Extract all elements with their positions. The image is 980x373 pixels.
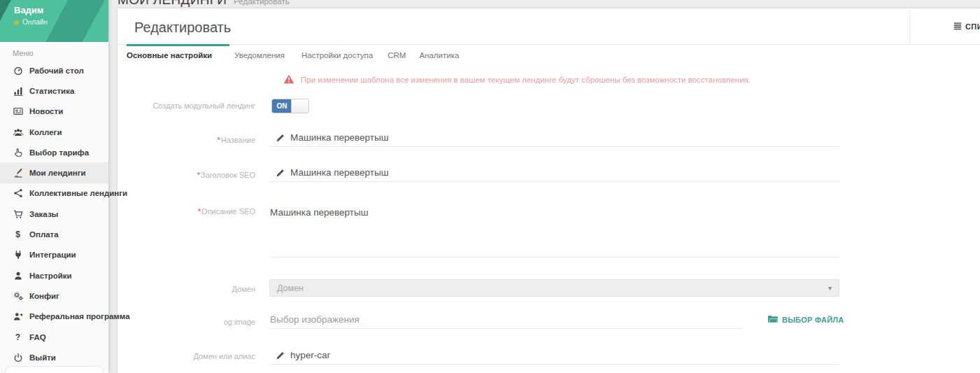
user-plus-icon <box>10 311 25 321</box>
toggle-handle <box>291 99 308 113</box>
seo-title-label: Заголовок SEO <box>118 171 255 179</box>
menu-label: Меню <box>13 49 108 57</box>
list-icon <box>953 22 962 31</box>
sidebar-item-referral[interactable]: Реферальная программа <box>0 307 108 327</box>
tab-analytics[interactable]: Аналитика <box>419 45 459 66</box>
hand-pointer-icon <box>10 148 25 157</box>
page-title: Мои лендинги <box>118 0 227 7</box>
online-dot <box>14 20 19 25</box>
og-image-field-wrap <box>269 311 742 329</box>
dashboard-icon <box>10 66 25 76</box>
user-icon <box>10 271 25 281</box>
seo-title-input[interactable] <box>290 164 839 181</box>
share-icon <box>10 188 25 198</box>
user-name: Вадим <box>14 5 43 15</box>
chevron-down-icon: ▾ <box>828 284 832 292</box>
name-field-wrap <box>269 129 839 147</box>
sidebar: Вадим Онлайн Меню Рабочий стол Статистик… <box>0 0 108 373</box>
folder-icon <box>768 315 778 325</box>
template-warning: При изменении шаблона все изменения в ва… <box>277 74 751 85</box>
pencil-icon <box>276 133 285 146</box>
sidebar-item-dashboard[interactable]: Рабочий стол <box>0 60 108 80</box>
file-select-button[interactable]: ВЫБОР ФАЙЛА <box>764 315 844 325</box>
seo-description-textarea[interactable]: Машинка перевертыш <box>269 206 839 257</box>
modular-toggle[interactable]: ON <box>271 99 309 113</box>
gears-icon <box>10 291 25 301</box>
name-input[interactable] <box>290 129 839 146</box>
colleagues-icon <box>10 127 25 137</box>
pencil-icon <box>276 351 285 363</box>
news-icon <box>10 106 25 116</box>
sidebar-item-news[interactable]: Новости <box>0 101 108 122</box>
tab-notifications[interactable]: Уведомления <box>234 45 285 66</box>
sidebar-item-orders[interactable]: Заказы <box>0 204 108 224</box>
breadcrumb: Редактировать <box>234 0 289 6</box>
toggle-on-label: ON <box>272 99 292 113</box>
pencil-icon <box>276 168 285 181</box>
sidebar-item-tariff[interactable]: Выбор тарифа <box>0 142 108 162</box>
user-panel: Вадим Онлайн <box>0 0 108 42</box>
sidebar-item-my-landings[interactable]: Мои лендинги <box>0 162 108 183</box>
alias-field-wrap <box>269 346 839 365</box>
alias-input[interactable] <box>290 346 839 364</box>
seo-description-label: Описание SEO <box>118 207 255 216</box>
domain-label: Домен <box>118 285 255 293</box>
sidebar-item-faq[interactable]: ? FAQ <box>0 327 108 347</box>
sidebar-item-settings[interactable]: Настройки <box>0 265 108 286</box>
plug-icon <box>10 250 25 260</box>
modular-label: Создать модульный лендинг <box>118 101 255 110</box>
sidebar-item-colleagues[interactable]: Коллеги <box>0 122 108 142</box>
page-header: Мои лендингиРедактировать <box>118 0 290 8</box>
alias-label: Домен или алиас <box>118 352 255 360</box>
seo-description-field-wrap: Машинка перевертыш <box>269 206 839 258</box>
domain-placeholder: Домен <box>277 283 828 293</box>
edit-card: Редактировать СПИСОК Основные настройки … <box>118 8 980 373</box>
tab-main-settings[interactable]: Основные настройки <box>127 45 212 66</box>
dollar-icon: $ <box>10 230 25 239</box>
sidebar-item-config[interactable]: Конфиг <box>0 286 108 306</box>
card-title: Редактировать <box>134 20 231 36</box>
sidebar-item-integrations[interactable]: Интеграции <box>0 245 108 265</box>
pen-icon <box>10 168 25 178</box>
sidebar-item-stats[interactable]: Статистика <box>0 80 108 101</box>
bottom-widget[interactable] <box>6 367 103 373</box>
stats-icon <box>10 86 25 96</box>
sidebar-item-logout[interactable]: Выйти <box>0 347 108 367</box>
list-button[interactable]: СПИСОК <box>909 8 980 44</box>
tab-bar: Основные настройки Уведомления Настройки… <box>118 44 980 66</box>
domain-select[interactable]: Домен ▾ <box>269 279 839 297</box>
question-icon: ? <box>10 332 25 342</box>
sidebar-item-payment[interactable]: $ Оплата <box>0 224 108 244</box>
user-status: Онлайн <box>14 18 48 26</box>
warning-icon <box>283 74 294 85</box>
power-icon <box>10 353 25 363</box>
tab-access-settings[interactable]: Настройки доступа <box>301 45 373 66</box>
seo-title-field-wrap <box>269 164 839 182</box>
tab-crm[interactable]: CRM <box>388 45 406 66</box>
cart-icon <box>10 209 25 219</box>
name-label: Название <box>118 136 255 144</box>
og-image-label: og:image <box>118 318 255 326</box>
og-image-input[interactable] <box>270 311 742 328</box>
sidebar-menu: Рабочий стол Статистика Новости Коллеги … <box>0 60 108 367</box>
sidebar-item-collective-landings[interactable]: Коллективные лендинги <box>0 183 108 204</box>
